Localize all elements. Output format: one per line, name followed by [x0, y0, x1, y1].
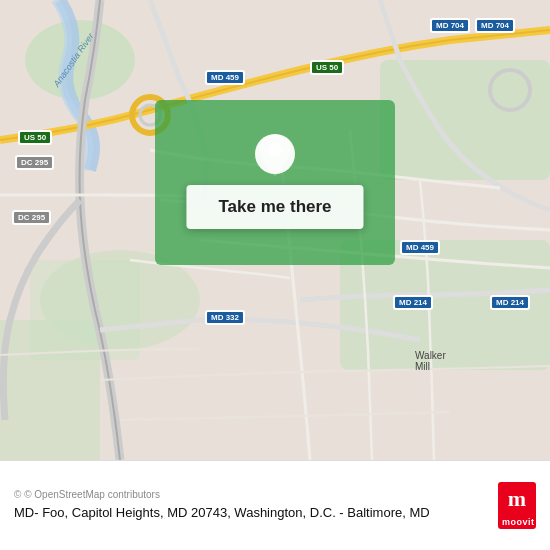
- take-me-there-button[interactable]: Take me there: [186, 185, 363, 229]
- us50b-label: US 50: [18, 130, 52, 145]
- md332-label: MD 332: [205, 310, 245, 325]
- svg-point-11: [268, 143, 282, 157]
- us50-label: US 50: [310, 60, 344, 75]
- map-container: Take me there US 50 MD 704 MD 459 MD 459…: [0, 0, 550, 460]
- address-text: MD- Foo, Capitol Heights, MD 20743, Wash…: [14, 504, 486, 522]
- md214a-label: MD 214: [393, 295, 433, 310]
- svg-point-1: [25, 20, 135, 100]
- info-text-block: © © OpenStreetMap contributors MD- Foo, …: [14, 489, 486, 522]
- moovit-brand-text: moovit: [498, 516, 536, 529]
- moovit-logo: m moovit: [498, 482, 536, 529]
- md704a-label: MD 704: [430, 18, 470, 33]
- md704c-label: MD 704: [475, 18, 515, 33]
- dc295b-label: DC 295: [12, 210, 51, 225]
- md704b-label: MD 459: [400, 240, 440, 255]
- md214b-label: MD 214: [490, 295, 530, 310]
- copyright-icon: ©: [14, 489, 21, 500]
- osm-credit: © OpenStreetMap contributors: [24, 489, 160, 500]
- copyright-text: © © OpenStreetMap contributors: [14, 489, 486, 500]
- md459-label: MD 459: [205, 70, 245, 85]
- walker-mill-label: WalkerMill: [415, 350, 446, 372]
- location-pin: [248, 130, 302, 184]
- moovit-letter: m: [498, 482, 536, 516]
- dc295a-label: DC 295: [15, 155, 54, 170]
- info-bar: © © OpenStreetMap contributors MD- Foo, …: [0, 460, 550, 550]
